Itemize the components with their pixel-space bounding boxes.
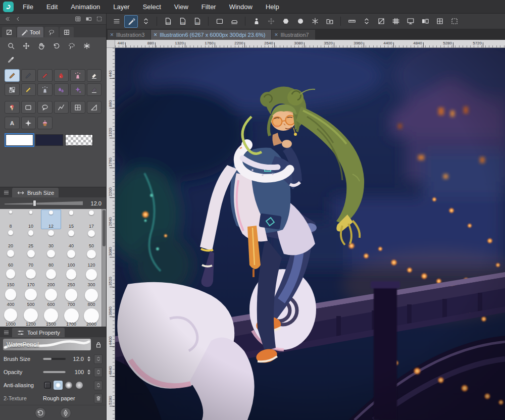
- collapse-all-button[interactable]: [3, 15, 12, 23]
- brush-size-10[interactable]: 10: [21, 209, 41, 229]
- sub-color[interactable]: [35, 134, 63, 146]
- value-stepper[interactable]: [87, 356, 91, 361]
- export-jpg-button[interactable]: jpg: [190, 15, 204, 28]
- tab-subtool[interactable]: [44, 27, 59, 37]
- expand-slider-button[interactable]: [94, 354, 103, 364]
- scrollbar-thumb[interactable]: [103, 210, 106, 246]
- new-folder-button[interactable]: [323, 15, 336, 28]
- slider-handle[interactable]: [33, 200, 36, 206]
- brush-size-700[interactable]: 700: [61, 288, 81, 307]
- brush-preview-strip[interactable]: WaterPencil: [3, 339, 91, 350]
- property-slider[interactable]: [43, 358, 66, 360]
- gradient-tool[interactable]: [5, 101, 20, 114]
- brush-size-12[interactable]: 12: [41, 209, 61, 229]
- canvas-artwork[interactable]: [115, 48, 505, 420]
- menu-window[interactable]: Window: [223, 0, 259, 13]
- grid-tool[interactable]: [70, 101, 85, 114]
- brush-size-20[interactable]: 20: [1, 229, 21, 249]
- delete-texture-button[interactable]: [94, 394, 103, 403]
- grid-toggle-button[interactable]: [389, 15, 402, 28]
- brush-size-400[interactable]: 400: [1, 288, 21, 307]
- lock-icon-slot[interactable]: [94, 340, 103, 349]
- menu-edit[interactable]: Edit: [40, 0, 64, 13]
- soft-eraser-tool[interactable]: [87, 69, 102, 82]
- dock-layout-2-button[interactable]: [84, 15, 93, 23]
- restore-default-button[interactable]: [35, 407, 46, 418]
- pen-tool[interactable]: [21, 69, 36, 82]
- main-color[interactable]: [6, 134, 33, 146]
- brush-size-150[interactable]: 150: [1, 268, 21, 288]
- symmetry-ruler-tool[interactable]: [87, 101, 102, 114]
- text-tool[interactable]: A: [5, 117, 20, 129]
- brush-size-600[interactable]: 600: [41, 288, 61, 307]
- menu-filter[interactable]: Filter: [195, 0, 223, 13]
- register-default-button[interactable]: [60, 407, 71, 418]
- brush-size-500[interactable]: 500: [21, 288, 41, 307]
- menu-animation[interactable]: Animation: [64, 0, 107, 13]
- tab-palette[interactable]: [2, 27, 16, 37]
- value-stepper[interactable]: [87, 370, 91, 375]
- tool-switch-button[interactable]: [139, 15, 153, 28]
- brush-size-2000[interactable]: 2000: [81, 307, 102, 327]
- tab-history[interactable]: [60, 27, 74, 37]
- close-tab-icon[interactable]: ×: [274, 32, 278, 38]
- brush-size-1200[interactable]: 1200: [21, 307, 41, 327]
- brush-size-50[interactable]: 50: [81, 229, 102, 249]
- brush-size-17[interactable]: 17: [81, 209, 102, 229]
- watercolor-tool[interactable]: [54, 69, 69, 82]
- app-logo[interactable]: [0, 0, 16, 13]
- property-slider[interactable]: [43, 371, 66, 373]
- frame-border-tool[interactable]: [54, 101, 69, 114]
- pose-figure-button[interactable]: [249, 15, 263, 28]
- sparkle-brush-tool[interactable]: [21, 117, 36, 129]
- menu-select[interactable]: Select: [136, 0, 168, 13]
- airbrush-tool[interactable]: [70, 69, 85, 82]
- rotate-canvas-button[interactable]: [374, 15, 388, 28]
- active-tool-button[interactable]: [124, 15, 138, 28]
- brush-size-25[interactable]: 25: [21, 229, 41, 249]
- close-tab-icon[interactable]: ×: [154, 32, 157, 38]
- panel-menu-icon-slot[interactable]: [2, 188, 10, 196]
- ruler-toggle-button[interactable]: [345, 15, 359, 28]
- brush-size-200[interactable]: 200: [41, 268, 61, 288]
- anti-aliasing-option-3[interactable]: [75, 381, 84, 390]
- window-layout-button[interactable]: [433, 15, 446, 28]
- close-tab-icon[interactable]: ×: [110, 32, 114, 38]
- panel-menu-icon-slot[interactable]: [2, 328, 10, 336]
- brush-size-slider[interactable]: [5, 200, 83, 206]
- document-tab-2[interactable]: ×Illustration6 (6267 x 6000px 300dpi 23.…: [151, 30, 271, 40]
- balloon-tool[interactable]: [37, 101, 53, 114]
- eyedropper-tool[interactable]: [5, 54, 18, 65]
- spray-tool[interactable]: [37, 83, 53, 96]
- anti-aliasing-option-2[interactable]: [64, 381, 73, 390]
- expand-slider-button[interactable]: [94, 368, 103, 377]
- blend-tool[interactable]: [54, 83, 69, 96]
- export-png-button[interactable]: png: [176, 15, 189, 28]
- brush-size-250[interactable]: 250: [61, 268, 81, 288]
- filter-button[interactable]: [308, 15, 322, 28]
- menu-layer[interactable]: Layer: [107, 0, 136, 13]
- main-menu-button[interactable]: [110, 15, 123, 28]
- brush-size-tab[interactable]: Brush Size: [12, 188, 59, 197]
- expand-slider-button[interactable]: [94, 381, 103, 390]
- dock-layout-3-button[interactable]: [94, 15, 104, 23]
- brush-size-300[interactable]: 300: [81, 268, 102, 288]
- menu-help[interactable]: Help: [259, 0, 286, 13]
- brush-size-8[interactable]: 8: [1, 209, 21, 229]
- display-dual-button[interactable]: [418, 15, 432, 28]
- material-button[interactable]: [279, 15, 292, 28]
- brush-size-15[interactable]: 15: [61, 209, 81, 229]
- brush-size-1000[interactable]: 1000: [1, 307, 21, 327]
- 3d-object-button[interactable]: [293, 15, 307, 28]
- select-screen-button[interactable]: [447, 15, 461, 28]
- document-tab-1[interactable]: ×Illustration3: [108, 30, 150, 40]
- brush-size-80[interactable]: 80: [41, 249, 61, 269]
- canvas-size-button[interactable]: [213, 15, 226, 28]
- transparent-color[interactable]: [65, 134, 93, 146]
- brush-size-120[interactable]: 120: [81, 249, 102, 269]
- menu-file[interactable]: File: [16, 0, 40, 13]
- dock-layout-1-button[interactable]: [73, 15, 82, 23]
- anti-aliasing-option-1[interactable]: [54, 381, 63, 390]
- brush-size-1500[interactable]: 1500: [41, 307, 61, 327]
- move-tool[interactable]: [20, 40, 33, 51]
